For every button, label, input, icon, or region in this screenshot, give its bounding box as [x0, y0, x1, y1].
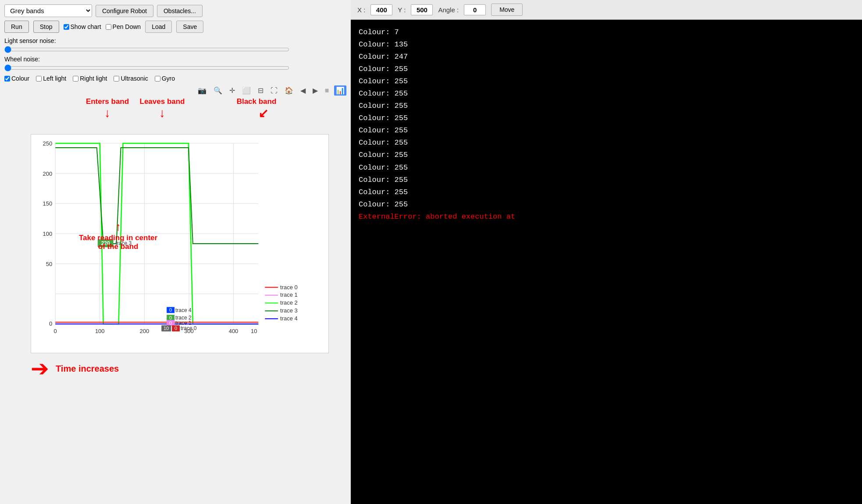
svg-text:150: 150: [43, 200, 53, 207]
right-light-checkbox-label[interactable]: Right light: [73, 75, 107, 82]
console-line: Colour: 255: [359, 162, 854, 174]
console-output: Colour: 7Colour: 135Colour: 247Colour: 2…: [351, 20, 862, 504]
move-button[interactable]: Move: [491, 4, 523, 16]
svg-text:220: 220: [101, 240, 110, 246]
svg-text:100: 100: [43, 231, 53, 237]
toolbar-row1: Grey bandsObstacle courseCustom Configur…: [4, 4, 346, 17]
svg-text:0: 0: [169, 320, 172, 326]
svg-text:100: 100: [95, 328, 105, 334]
light-sensor-noise-label: Light sensor noise:: [4, 37, 346, 44]
sensor-checkboxes-row: Colour Left light Right light Ultrasonic…: [4, 75, 346, 82]
load-button[interactable]: Load: [145, 21, 172, 33]
console-line: Colour: 255: [359, 100, 854, 112]
black-band-annotation: Black band ↙: [228, 97, 285, 121]
svg-text:50: 50: [46, 261, 52, 267]
run-button[interactable]: Run: [4, 21, 29, 33]
console-line: Colour: 255: [359, 88, 854, 100]
console-line: Colour: 255: [359, 137, 854, 149]
colour-checkbox-label[interactable]: Colour: [4, 75, 29, 82]
light-sensor-noise-slider[interactable]: [4, 46, 289, 53]
wheel-noise-section: Wheel noise:: [4, 56, 346, 71]
svg-text:trace 4: trace 4: [280, 315, 298, 322]
leaves-band-annotation: Leaves band ↓: [134, 97, 191, 120]
left-light-checkbox[interactable]: [36, 76, 42, 82]
right-light-checkbox[interactable]: [73, 76, 78, 82]
bar-chart-button[interactable]: 📊: [334, 85, 346, 96]
svg-text:200: 200: [140, 328, 150, 334]
console-line: Colour: 135: [359, 39, 854, 51]
chart-area[interactable]: 250 200 150 100 50 0 0 100 200 300 400 1…: [31, 134, 329, 353]
stop-button[interactable]: Stop: [33, 21, 59, 33]
console-line: Colour: 255: [359, 199, 854, 211]
light-sensor-noise-section: Light sensor noise:: [4, 37, 346, 53]
time-arrow-icon: ➔: [31, 358, 49, 380]
home-button[interactable]: 🏠: [283, 85, 295, 96]
x-label: X :: [357, 6, 365, 14]
x-value[interactable]: 400: [370, 4, 392, 15]
svg-text:trace 3: trace 3: [116, 240, 132, 246]
y-label: Y :: [398, 6, 406, 14]
svg-text:10: 10: [251, 328, 257, 334]
console-line: Colour: 255: [359, 124, 854, 137]
zoom-out-icon-button[interactable]: 🔍: [212, 85, 224, 96]
pen-down-checkbox[interactable]: [106, 24, 111, 30]
colour-checkbox[interactable]: [4, 76, 10, 82]
svg-text:trace 1: trace 1: [280, 292, 298, 298]
wheel-noise-label: Wheel noise:: [4, 56, 346, 63]
svg-text:trace 3: trace 3: [280, 307, 298, 314]
angle-value[interactable]: 0: [464, 4, 486, 15]
console-line: ExternalError: aborted execution at: [359, 211, 854, 223]
time-increases-row: ➔ Time increases: [31, 358, 346, 380]
enters-band-annotation: Enters band ↓: [79, 97, 136, 120]
svg-text:0: 0: [54, 328, 57, 334]
angle-label: Angle :: [438, 6, 459, 14]
svg-text:trace 0: trace 0: [181, 325, 197, 331]
gyro-checkbox[interactable]: [155, 76, 160, 82]
svg-text:trace 4: trace 4: [175, 307, 192, 313]
camera-icon-button[interactable]: 📷: [196, 85, 208, 96]
console-line: Colour: 255: [359, 112, 854, 124]
chart-toolbar: 📷 🔍 ✛ ⬜ ⊟ ⛶ 🏠 ◀ ▶ ≡ 📊: [4, 85, 346, 96]
show-chart-checkbox-label[interactable]: Show chart: [64, 23, 101, 30]
svg-text:250: 250: [43, 140, 53, 147]
svg-text:trace 2: trace 2: [280, 299, 298, 306]
ultrasonic-checkbox-label[interactable]: Ultrasonic: [114, 75, 148, 82]
svg-text:0: 0: [169, 307, 172, 312]
crosshair-icon-button[interactable]: ✛: [228, 85, 237, 96]
lines-button[interactable]: ≡: [323, 86, 331, 96]
left-panel: Grey bandsObstacle courseCustom Configur…: [0, 0, 351, 504]
zoom-out-rect-button[interactable]: ⊟: [256, 85, 265, 96]
svg-text:200: 200: [43, 170, 53, 177]
back-button[interactable]: ◀: [299, 85, 307, 96]
left-light-checkbox-label[interactable]: Left light: [36, 75, 66, 82]
save-button[interactable]: Save: [176, 21, 203, 33]
y-value[interactable]: 500: [411, 4, 433, 15]
coordinate-bar: X : 400 Y : 500 Angle : 0 Move: [351, 0, 862, 20]
console-line: Colour: 255: [359, 186, 854, 199]
svg-text:0: 0: [169, 315, 172, 320]
configure-robot-button[interactable]: Configure Robot: [96, 5, 153, 17]
svg-text:10: 10: [164, 326, 169, 331]
forward-button[interactable]: ▶: [311, 85, 320, 96]
obstacles-button[interactable]: Obstacles...: [157, 5, 203, 17]
show-chart-checkbox[interactable]: [64, 24, 69, 30]
time-increases-label: Time increases: [56, 364, 119, 374]
console-line: Colour: 255: [359, 75, 854, 88]
pen-down-checkbox-label[interactable]: Pen Down: [106, 23, 141, 30]
console-lines: Colour: 7Colour: 135Colour: 247Colour: 2…: [359, 26, 854, 223]
gyro-checkbox-label[interactable]: Gyro: [155, 75, 175, 82]
ultrasonic-checkbox[interactable]: [114, 76, 119, 82]
console-line: Colour: 247: [359, 51, 854, 63]
svg-text:trace 0: trace 0: [280, 284, 298, 291]
scenario-select[interactable]: Grey bandsObstacle courseCustom: [4, 4, 92, 17]
pan-button[interactable]: ⛶: [269, 86, 279, 96]
svg-text:0: 0: [49, 320, 52, 327]
chart-svg: 250 200 150 100 50 0 0 100 200 300 400 1…: [31, 135, 328, 353]
console-line: Colour: 255: [359, 174, 854, 186]
toolbar-row2: Run Stop Show chart Pen Down Load Save: [4, 21, 346, 33]
console-line: Colour: 7: [359, 26, 854, 39]
console-line: Colour: 255: [359, 63, 854, 75]
zoom-in-rect-button[interactable]: ⬜: [240, 85, 253, 96]
svg-text:400: 400: [229, 328, 239, 334]
wheel-noise-slider[interactable]: [4, 64, 289, 71]
